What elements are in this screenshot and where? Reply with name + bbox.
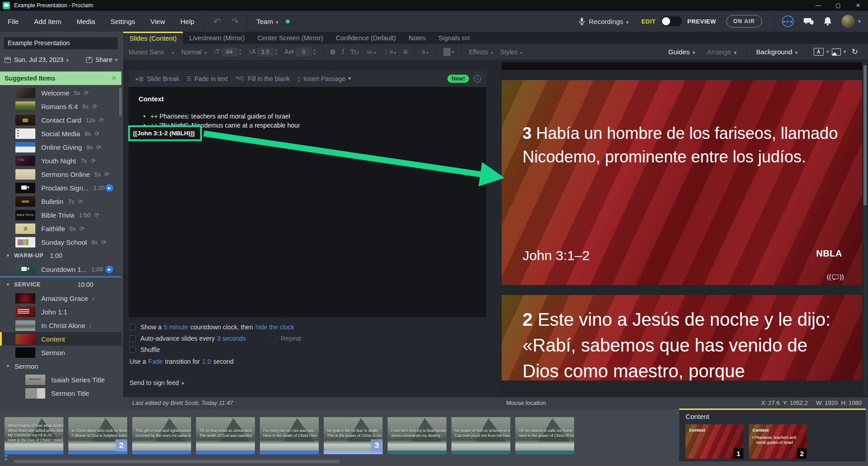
slide-editor[interactable]: ▸▤Slide Break ☰Fade in text ᴬᴮ⁄CFill in … (129, 70, 486, 317)
refresh-icon[interactable]: ↻ (852, 47, 858, 57)
section-warmup[interactable]: ▼WARM-UP1:00 (0, 249, 121, 262)
italic-button[interactable]: I (342, 48, 344, 56)
indent-button[interactable]: ⋮≡▼ (383, 48, 397, 56)
font-family-select[interactable]: Museo Sans ▼ (129, 48, 175, 56)
avatar[interactable] (841, 14, 855, 28)
tab-confidence[interactable]: Confidence (Default) (329, 32, 402, 44)
list-item[interactable]: Bible Trivia1:50⟳ (0, 208, 121, 222)
list-item[interactable]: Sermons Online5s⟳ (0, 167, 121, 181)
team-menu[interactable]: Team ▼ (250, 18, 282, 25)
group-sermon[interactable]: ▼Sermon (0, 359, 121, 373)
editor-heading[interactable]: Context (139, 95, 476, 103)
tab-notes[interactable]: Notes (402, 32, 432, 44)
recordings-menu[interactable]: Recordings ▼ (589, 18, 629, 25)
slide-thumbnail[interactable]: Till on that cross as Jesus diedThe wrat… (196, 417, 255, 454)
fill-in-blank-button[interactable]: ᴬᴮ⁄CFill in the blank (235, 75, 290, 82)
bell-icon[interactable] (824, 17, 832, 26)
text-case-button[interactable]: Tt▼ (350, 48, 360, 56)
chevron-down-icon[interactable]: ▼ (825, 49, 830, 54)
list-item[interactable]: Online Giving9s⟳ (0, 140, 121, 154)
slide-preview-2[interactable]: 2 Este vino a Jesús de noche y le dijo: … (502, 295, 862, 380)
text-color-button[interactable]: ▼ (443, 48, 455, 56)
edit-preview-toggle[interactable] (661, 16, 682, 26)
collapse-filmstrip-icon[interactable]: ▾▾ (5, 454, 8, 461)
slide-thumbnail[interactable]: Till He returns or calls me homeHere in … (515, 417, 574, 454)
list-item[interactable]: In Christ Alone♪ (0, 319, 121, 332)
presentation-title-field[interactable]: Example Presentation (4, 37, 118, 49)
list-item[interactable]: Social Media6s⟳ (0, 127, 121, 140)
effects-menu[interactable]: Effects ▼ (469, 48, 494, 56)
undo-icon[interactable]: ↶ (208, 16, 226, 27)
date-dropdown[interactable]: Sun, Jul 23, 2023 ▼ (14, 56, 70, 63)
section-service[interactable]: ▼SERVICE10:00 (0, 278, 121, 291)
advance-seconds-link[interactable]: 3 seconds (217, 335, 246, 342)
list-item[interactable]: Proclaim Sign...1:20⟳▶ (0, 181, 121, 195)
slide-thumbnail[interactable]: In Christ alone who took on fleshFullnes… (68, 417, 127, 454)
close-suggested-icon[interactable]: ✕ (111, 74, 117, 82)
arrange-menu[interactable]: Arrange ▼ (707, 48, 737, 56)
preview-scrollbar-thumb[interactable] (863, 65, 867, 205)
send-to-sign-feed-menu[interactable]: Send to sign feed ▼ (129, 379, 185, 386)
list-item[interactable]: John 1:1 (0, 305, 121, 319)
slide-thumbnail[interactable]: From life's first cry to final breathJes… (388, 417, 446, 454)
list-item[interactable]: Faithlife5s⟳ (0, 222, 121, 235)
sidebar-scrollbar[interactable] (119, 88, 122, 116)
preview-scrollbar-track[interactable] (863, 62, 868, 395)
filmstrip-scrollbar-thumb[interactable] (14, 460, 340, 463)
textbox-icon[interactable]: A (814, 48, 824, 56)
menu-view[interactable]: View (143, 18, 173, 25)
content-slide-thumbnail[interactable]: Context 1 (686, 424, 743, 459)
countdown-clock-checkbox[interactable] (129, 324, 136, 330)
background-menu[interactable]: Background ▼ (756, 48, 799, 56)
tab-signals[interactable]: Signals((1)) (432, 32, 476, 44)
close-icon[interactable]: ✕ (848, 0, 868, 11)
tab-center-screen[interactable]: Center Screen (Mirror) (251, 32, 329, 44)
tab-livestream[interactable]: Livestream (Mirror) (183, 32, 251, 44)
play-icon[interactable]: ▶ (106, 266, 113, 273)
insert-passage-menu[interactable]: ▯Insert Passage ▼ (297, 75, 352, 82)
hide-clock-link[interactable]: hide the clock (255, 323, 294, 331)
chat-icon[interactable] (804, 17, 814, 26)
list-item[interactable]: Welcome5s⟳ (0, 86, 121, 100)
bold-button[interactable]: B (331, 48, 336, 56)
auto-advance-checkbox[interactable] (129, 335, 136, 342)
play-icon[interactable]: ▶ (106, 184, 113, 192)
info-icon[interactable]: i (474, 75, 481, 82)
list-item[interactable]: Sermon (0, 346, 121, 359)
minimize-icon[interactable]: — (808, 0, 828, 11)
transition-duration-link[interactable]: 1.0 (202, 358, 211, 365)
maximize-icon[interactable]: ▢ (828, 0, 848, 11)
list-item[interactable]: Contact Card12s⟳ (0, 113, 121, 127)
list-item[interactable]: Countdown 1...1:00⟳▶ (0, 262, 121, 276)
bullet-list-button[interactable]: ≔▼ (366, 48, 377, 56)
slide-preview-1[interactable]: 3 Había un hombre de los fariseos, llama… (502, 80, 862, 285)
letter-spacing-stepper[interactable]: A⇄ 0▲▼ (284, 48, 317, 57)
editor-bullet[interactable]: •++ Pharisees: teachers and moral guides… (139, 112, 476, 121)
align-button[interactable]: ≡▼ (422, 48, 429, 56)
list-item[interactable]: Sunday School8s⟳ (0, 235, 121, 249)
content-slide-thumbnail[interactable]: Context Pharisees: teachers andmoral gui… (749, 424, 807, 459)
shuffle-checkbox[interactable] (129, 347, 136, 353)
chevron-down-icon[interactable]: ▼ (857, 19, 862, 24)
help-dots-icon[interactable]: ●●● (782, 15, 794, 27)
styles-menu[interactable]: Styles ▼ (500, 48, 523, 56)
passage-token-box[interactable]: [[John 3:1-2 (NBLH)]] (128, 125, 202, 141)
on-air-button[interactable]: ON AIR (726, 15, 762, 28)
slide-break-button[interactable]: ▸▤Slide Break (136, 75, 179, 82)
slide-thumbnail[interactable]: No power of hell no scheme of manCan eve… (451, 417, 510, 454)
menu-help[interactable]: Help (173, 18, 202, 25)
list-item[interactable]: Bulletin7s⟳ (0, 195, 121, 208)
repeat-checkbox[interactable] (270, 335, 276, 342)
list-item[interactable]: Amazing Grace♪ (0, 291, 121, 305)
list-item[interactable]: Romans 6:45s⟳ (0, 100, 121, 113)
chevron-down-icon[interactable]: ▼ (843, 49, 847, 54)
guides-menu[interactable]: Guides ▼ (668, 48, 696, 56)
menu-media[interactable]: Media (69, 18, 103, 25)
menu-file[interactable]: File (0, 18, 26, 25)
slide-thumbnail[interactable]: For every sin on Him was laidHere in the… (260, 417, 319, 454)
slide-thumbnail[interactable]: This gift of love and righteousnessScorn… (132, 417, 191, 454)
font-style-select[interactable]: Normal ▼ (181, 48, 207, 56)
redo-icon[interactable]: ↷ (226, 16, 244, 27)
clear-format-button[interactable]: X (403, 48, 408, 56)
list-item[interactable]: Sermon Title (0, 386, 121, 400)
